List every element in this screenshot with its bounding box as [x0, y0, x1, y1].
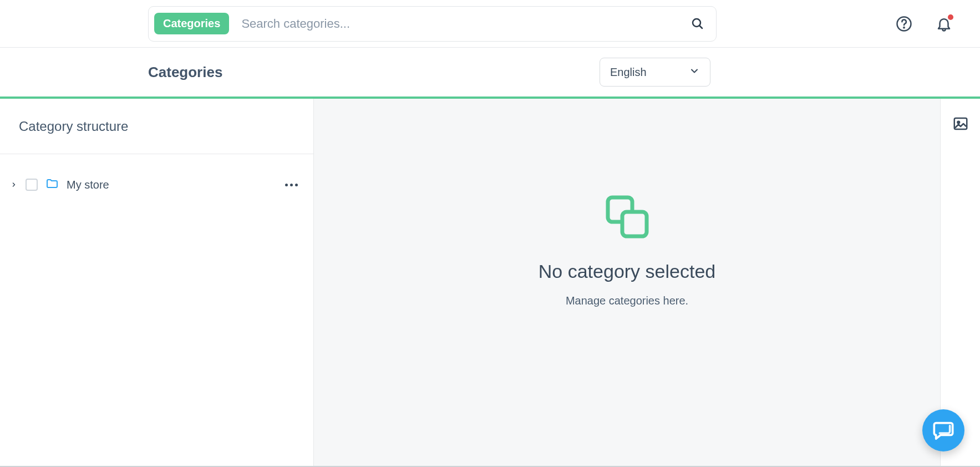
image-panel-button[interactable]: [952, 115, 969, 134]
search-bar[interactable]: Categories: [148, 6, 717, 42]
svg-point-3: [903, 27, 905, 28]
chat-button[interactable]: [922, 409, 964, 451]
tree-item-more-button[interactable]: [285, 184, 300, 186]
search-scope-tag[interactable]: Categories: [154, 13, 229, 34]
expand-caret-icon[interactable]: [10, 181, 18, 188]
folder-icon: [45, 177, 59, 192]
page-header: Categories English: [0, 48, 980, 99]
notifications-button[interactable]: [936, 16, 952, 32]
topbar-actions: [896, 16, 952, 32]
tree-item-label: My store: [67, 179, 109, 191]
page-title: Categories: [148, 64, 600, 81]
tree-row[interactable]: My store: [10, 175, 300, 194]
language-select-value: English: [610, 66, 647, 79]
category-tree-panel: Category structure My store: [0, 99, 314, 467]
empty-state-icon: [602, 192, 652, 244]
empty-state-subtitle: Manage categories here.: [566, 295, 688, 307]
main: Category structure My store: [0, 99, 980, 467]
notification-dot-icon: [948, 14, 953, 20]
svg-point-7: [957, 121, 959, 124]
language-select[interactable]: English: [600, 58, 710, 87]
chevron-down-icon: [689, 65, 700, 79]
content-area: No category selected Manage categories h…: [314, 99, 940, 467]
category-tree: My store: [0, 154, 313, 194]
search-icon[interactable]: [690, 17, 705, 31]
empty-state-title: No category selected: [539, 261, 715, 282]
search-input[interactable]: [241, 17, 690, 31]
help-button[interactable]: [896, 16, 912, 32]
tree-checkbox[interactable]: [26, 179, 38, 191]
svg-line-1: [699, 26, 702, 28]
svg-rect-5: [622, 212, 647, 236]
category-tree-heading: Category structure: [0, 99, 313, 154]
topbar: Categories: [0, 0, 980, 48]
